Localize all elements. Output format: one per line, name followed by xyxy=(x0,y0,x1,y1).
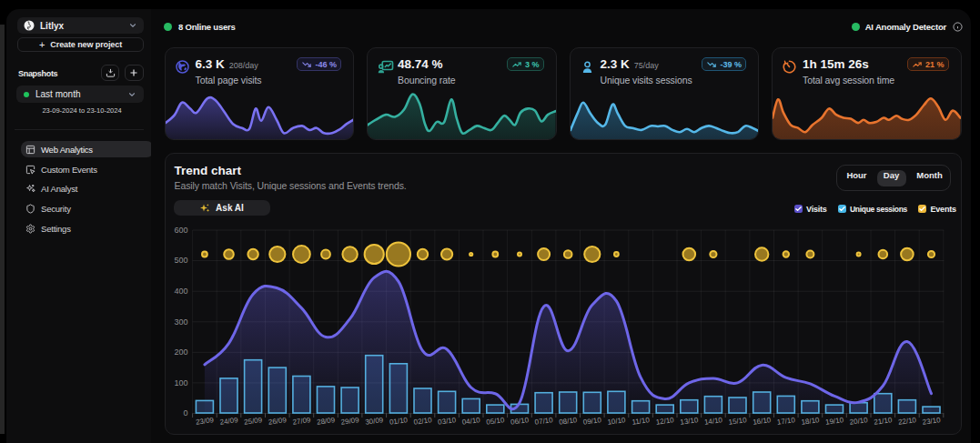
svg-text:23/10: 23/10 xyxy=(922,416,942,427)
svg-text:06/10: 06/10 xyxy=(510,416,530,427)
svg-text:21/10: 21/10 xyxy=(873,416,893,427)
svg-text:26/09: 26/09 xyxy=(268,416,288,427)
svg-text:09/10: 09/10 xyxy=(582,416,602,427)
svg-text:400: 400 xyxy=(174,287,187,296)
svg-text:100: 100 xyxy=(174,378,187,388)
svg-text:15/10: 15/10 xyxy=(728,416,748,427)
svg-text:04/10: 04/10 xyxy=(461,416,481,427)
svg-text:27/09: 27/09 xyxy=(291,416,311,427)
svg-text:07/10: 07/10 xyxy=(534,416,554,427)
svg-text:11/10: 11/10 xyxy=(631,416,650,427)
svg-text:20/10: 20/10 xyxy=(849,416,869,427)
svg-text:500: 500 xyxy=(174,256,187,265)
svg-text:30/09: 30/09 xyxy=(364,416,384,427)
svg-text:10/10: 10/10 xyxy=(606,416,626,427)
svg-text:24/09: 24/09 xyxy=(219,416,239,427)
svg-text:0: 0 xyxy=(183,408,187,418)
svg-text:14/10: 14/10 xyxy=(703,416,723,427)
svg-text:600: 600 xyxy=(174,226,187,235)
svg-text:200: 200 xyxy=(174,347,187,357)
svg-text:19/10: 19/10 xyxy=(824,416,844,427)
svg-text:03/10: 03/10 xyxy=(437,416,457,427)
svg-text:12/10: 12/10 xyxy=(655,416,675,427)
svg-text:25/09: 25/09 xyxy=(243,416,263,427)
svg-text:300: 300 xyxy=(174,317,187,327)
svg-text:23/09: 23/09 xyxy=(195,416,215,427)
svg-text:01/10: 01/10 xyxy=(389,416,409,427)
svg-text:17/10: 17/10 xyxy=(776,416,796,427)
svg-text:05/10: 05/10 xyxy=(485,416,505,427)
svg-text:16/10: 16/10 xyxy=(752,416,772,427)
svg-text:22/10: 22/10 xyxy=(897,416,917,427)
svg-text:13/10: 13/10 xyxy=(679,416,699,427)
svg-text:08/10: 08/10 xyxy=(558,416,578,427)
svg-text:29/09: 29/09 xyxy=(340,416,360,427)
svg-text:28/09: 28/09 xyxy=(316,416,336,427)
svg-text:02/10: 02/10 xyxy=(413,416,433,427)
svg-text:18/10: 18/10 xyxy=(800,416,820,427)
